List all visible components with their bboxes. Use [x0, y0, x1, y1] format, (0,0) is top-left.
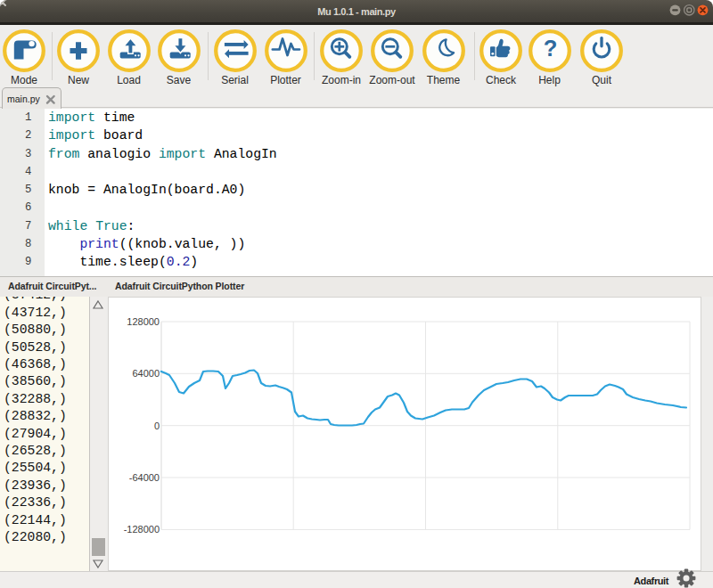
- svg-text:?: ?: [543, 37, 557, 61]
